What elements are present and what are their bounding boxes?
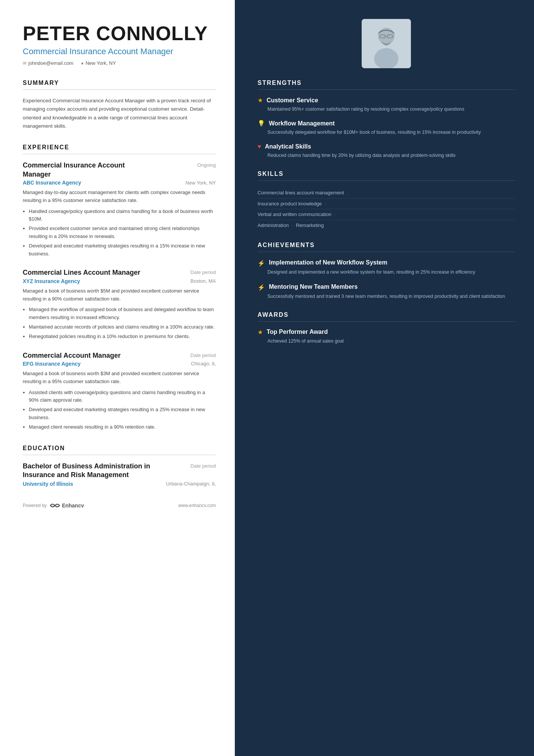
skill-1-text: Commercial lines account management	[258, 190, 344, 196]
achievement-2-name: Mentoring New Team Members	[269, 283, 358, 291]
email-value: johndoe@email.com	[28, 60, 73, 66]
avatar-svg	[362, 19, 411, 68]
skill-dot-1: .	[347, 190, 348, 196]
footer-url: www.enhancv.com	[178, 503, 216, 508]
list-item: Assisted clients with coverage/policy qu…	[29, 389, 216, 405]
list-item: Provided excellent customer service and …	[29, 225, 216, 241]
award-1-name: Top Performer Award	[267, 329, 328, 335]
list-item: Developed and executed marketing strateg…	[29, 406, 216, 422]
strength-3-name: Analytical Skills	[265, 143, 311, 150]
strength-3: ♥ Analytical Skills Reduced claims handl…	[258, 143, 515, 159]
strength-2-desc: Successfully delegated workflow for $10M…	[258, 129, 515, 136]
education-header: EDUCATION	[23, 445, 216, 452]
photo-container	[258, 0, 515, 68]
job-3-bullets: Assisted clients with coverage/policy qu…	[23, 389, 216, 431]
profile-photo	[362, 19, 411, 68]
skill-3: Verbal and written communication ·	[258, 209, 515, 220]
job-1-company: ABC Insurance Agency	[23, 180, 81, 186]
skill-4: Administration · Remarketing	[258, 220, 515, 231]
strength-2: 💡 Workflow Management Successfully deleg…	[258, 120, 515, 136]
skill-dot-3: ·	[334, 211, 336, 217]
strength-3-desc: Reduced claims handling time by 20% by u…	[258, 152, 515, 159]
job-2-company-row: XYZ Insurance Agency Boston, MA	[23, 278, 216, 284]
achievement-1-name: Implementation of New Workflow System	[269, 259, 387, 267]
name-section: PETER CONNOLLY Commercial Insurance Acco…	[23, 23, 216, 66]
skill-1: Commercial lines account management .	[258, 188, 515, 199]
bolt-icon-1: ⚡	[258, 260, 265, 267]
skill-2: Insurance product knowledge ·	[258, 199, 515, 210]
awards-header: AWARDS	[258, 311, 515, 318]
footer: Powered by Enhancv www.enhancv.com	[23, 502, 216, 509]
awards-divider	[258, 321, 515, 322]
achievement-2-title-row: ⚡ Mentoring New Team Members	[258, 283, 515, 291]
skill-4-text: Administration	[258, 222, 289, 228]
award-star-icon: ★	[258, 329, 263, 336]
summary-text: Experienced Commercial Insurance Account…	[23, 97, 216, 130]
bolt-icon-2: ⚡	[258, 284, 265, 291]
job-2-bullets: Managed the workflow of assigned book of…	[23, 306, 216, 340]
skill-5-text: Remarketing	[296, 222, 324, 228]
job-3-company-row: EFG Insurance Agency Chicago, IL	[23, 361, 216, 367]
strength-1-name: Customer Service	[267, 97, 318, 104]
job-1: Commercial Insurance Account Manager Ong…	[23, 161, 216, 258]
job-1-location: New York, NY	[186, 180, 216, 186]
edu-1-location: Urbana-Champaign, IL	[166, 481, 216, 487]
job-3-desc: Managed a book of business worth $3M and…	[23, 370, 216, 386]
strength-2-name: Workflow Management	[269, 120, 335, 127]
strengths-divider	[258, 89, 515, 90]
job-1-date: Ongoing	[197, 162, 216, 168]
edu-1-school: University of Illinois	[23, 481, 73, 487]
skills-divider	[258, 180, 515, 181]
contact-row: ✉ johndoe@email.com ● New York, NY	[23, 60, 216, 66]
skills-header: SKILLS	[258, 171, 515, 177]
enhancv-logo: Enhancv	[50, 502, 84, 509]
star-icon: ★	[258, 97, 263, 104]
job-1-bullets: Handled coverage/policy questions and cl…	[23, 208, 216, 258]
strengths-header: STRENGTHS	[258, 80, 515, 86]
summary-divider	[23, 89, 216, 90]
achievement-2: ⚡ Mentoring New Team Members Successfull…	[258, 283, 515, 300]
list-item: Renegotiated policies resulting in a 10%…	[29, 333, 216, 341]
experience-header: EXPERIENCE	[23, 144, 216, 151]
skill-dot-2: ·	[325, 201, 326, 207]
job-2: Commercial Lines Account Manager Date pe…	[23, 268, 216, 340]
location-contact: ● New York, NY	[81, 60, 116, 66]
strength-1: ★ Customer Service Maintained 95%+ custo…	[258, 97, 515, 113]
job-1-company-row: ABC Insurance Agency New York, NY	[23, 180, 216, 186]
heart-icon: ♥	[258, 143, 261, 150]
strength-2-title-row: 💡 Workflow Management	[258, 120, 515, 127]
job-2-date: Date period	[190, 269, 216, 275]
job-2-top-row: Commercial Lines Account Manager Date pe…	[23, 268, 216, 277]
job-2-location: Boston, MA	[190, 278, 216, 284]
list-item: Maintained accurate records of policies …	[29, 323, 216, 331]
strength-1-desc: Maintained 95%+ customer satisfaction ra…	[258, 106, 515, 113]
job-title: Commercial Insurance Account Manager	[23, 47, 216, 56]
skill-3-text: Verbal and written communication	[258, 211, 331, 217]
email-contact: ✉ johndoe@email.com	[23, 60, 73, 66]
edu-1-top-row: Bachelor of Business Administration in I…	[23, 462, 216, 480]
full-name: PETER CONNOLLY	[23, 23, 216, 44]
brand-name: Enhancv	[62, 502, 84, 509]
achievements-divider	[258, 252, 515, 252]
achievement-1-desc: Designed and implemented a new workflow …	[258, 269, 515, 276]
job-3: Commercial Account Manager Date period E…	[23, 351, 216, 431]
enhancv-logo-icon	[50, 502, 60, 509]
job-3-title: Commercial Account Manager	[23, 351, 120, 360]
edu-1-degree: Bachelor of Business Administration in I…	[23, 462, 151, 480]
job-1-desc: Managed day-to-day account management fo…	[23, 189, 216, 205]
experience-divider	[23, 154, 216, 154]
achievement-1: ⚡ Implementation of New Workflow System …	[258, 259, 515, 276]
location-value: New York, NY	[86, 60, 116, 66]
achievements-header: ACHIEVEMENTS	[258, 242, 515, 249]
award-1: ★ Top Performer Award Achieved 125% of a…	[258, 329, 515, 345]
powered-by-label: Powered by	[23, 503, 47, 508]
award-1-title-row: ★ Top Performer Award	[258, 329, 515, 336]
edu-1-date: Date period	[190, 463, 216, 469]
skill-dot-4: ·	[292, 222, 294, 228]
list-item: Managed the workflow of assigned book of…	[29, 306, 216, 322]
left-column: PETER CONNOLLY Commercial Insurance Acco…	[0, 0, 235, 756]
achievement-1-title-row: ⚡ Implementation of New Workflow System	[258, 259, 515, 267]
job-2-company: XYZ Insurance Agency	[23, 278, 80, 284]
education-divider	[23, 455, 216, 455]
job-3-date: Date period	[190, 352, 216, 358]
